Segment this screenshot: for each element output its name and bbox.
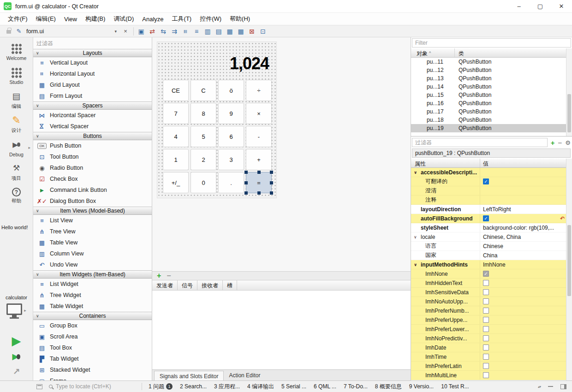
widget-category-containers[interactable]: ∨Containers xyxy=(33,312,152,320)
mode-welcome[interactable]: Welcome xyxy=(0,40,33,64)
debug-run-button[interactable]: ▶ xyxy=(12,352,21,361)
property-value[interactable] xyxy=(480,297,566,306)
widget-item-dialog-button-box[interactable]: ✗✓Dialog Button Box xyxy=(33,196,152,207)
calc-button-5[interactable]: 7 xyxy=(163,103,189,124)
property-value[interactable] xyxy=(480,315,566,324)
widget-item-horizontal-spacer[interactable]: ⋈Horizontal Spacer xyxy=(33,110,152,121)
property-scrollbar[interactable] xyxy=(566,159,572,380)
selection-handle[interactable] xyxy=(257,171,261,174)
object-row-1[interactable]: pu...11QPushButton xyxy=(411,58,566,66)
property-value[interactable] xyxy=(480,371,566,380)
property-column-name[interactable]: 属性 xyxy=(411,159,480,167)
selection-handle[interactable] xyxy=(270,181,273,184)
property-value[interactable] xyxy=(480,279,566,287)
object-row-9[interactable]: pu...19QPushButton xyxy=(411,124,566,132)
widget-item-tool-button[interactable]: ⊡Tool Button xyxy=(33,151,152,162)
calc-button-13[interactable]: 1 xyxy=(163,149,189,170)
calc-button-6[interactable]: 8 xyxy=(191,103,216,124)
property-value[interactable] xyxy=(480,306,566,315)
widget-filter-input[interactable] xyxy=(35,39,149,48)
property-value[interactable]: ✓ xyxy=(480,177,566,186)
unchecked-checkbox[interactable] xyxy=(483,289,489,295)
property-value[interactable] xyxy=(480,325,566,333)
menu-item-6[interactable]: Analyze xyxy=(138,14,167,24)
widget-item-check-box[interactable]: ☑Check Box xyxy=(33,173,152,184)
mode-projects[interactable]: 项目 xyxy=(0,160,33,184)
property-value[interactable]: ImhNone xyxy=(480,260,566,269)
maximize-button[interactable]: ▢ xyxy=(530,0,551,12)
unchecked-checkbox[interactable] xyxy=(483,372,489,378)
widget-item-vertical-spacer[interactable]: ⋈Vertical Spacer xyxy=(33,121,152,132)
widget-item-vertical-layout[interactable]: ≡Vertical Layout xyxy=(33,57,152,68)
calc-button-11[interactable]: 6 xyxy=(218,126,244,147)
group-expand-icon[interactable]: ∨ xyxy=(414,262,417,267)
open-document-selector[interactable]: form.ui ▾ xyxy=(23,27,120,36)
mode-edit[interactable]: 编辑 xyxy=(0,88,33,112)
remove-connection-button[interactable]: − xyxy=(167,272,171,279)
close-button[interactable]: ✕ xyxy=(551,0,572,12)
minimize-output-icon[interactable] xyxy=(548,386,553,387)
widget-item-stacked-widget[interactable]: ⊞Stacked Widget xyxy=(33,364,152,375)
calc-button-20[interactable]: = xyxy=(246,172,272,193)
connection-pane-toolbar[interactable]: + − xyxy=(152,271,411,280)
connection-table-body[interactable] xyxy=(152,291,411,369)
object-row-6[interactable]: pu...16QPushButton xyxy=(411,99,566,107)
connection-column-3[interactable]: 接收者 xyxy=(197,280,223,290)
calculator-form-canvas[interactable]: 1,024 CECö÷789×456-123++/_0.= xyxy=(157,42,277,198)
calc-button-14[interactable]: 2 xyxy=(191,149,216,170)
layout-vertically-icon[interactable]: ≡ xyxy=(191,27,202,36)
unchecked-checkbox[interactable] xyxy=(483,363,489,369)
calc-button-2[interactable]: C xyxy=(191,80,216,101)
calculator-display-label[interactable]: 1,024 xyxy=(163,53,271,74)
calc-button-3[interactable]: ö xyxy=(218,80,244,101)
tab-action-editor[interactable]: Action Editor xyxy=(224,370,265,380)
edit-tab-order-icon[interactable]: ⇉ xyxy=(169,27,179,36)
object-row-4[interactable]: pu...14QPushButton xyxy=(411,83,566,91)
widget-item-tool-box[interactable]: ▤Tool Box xyxy=(33,342,152,353)
layout-form-icon[interactable]: ▦ xyxy=(225,27,235,36)
output-pane-arrows-icon[interactable]: ▴▾ xyxy=(538,385,541,389)
selection-handle[interactable] xyxy=(244,171,248,174)
menu-item-3[interactable]: View xyxy=(60,14,81,24)
menu-item-4[interactable]: 构建(B) xyxy=(81,13,109,25)
add-connection-button[interactable]: + xyxy=(157,272,161,279)
reset-property-icon[interactable]: ↶ xyxy=(560,215,565,222)
unchecked-checkbox[interactable] xyxy=(483,280,489,286)
property-value[interactable]: China xyxy=(480,251,566,260)
selection-handle[interactable] xyxy=(270,171,273,174)
menu-item-7[interactable]: 工具(T) xyxy=(168,13,196,25)
calc-button-1[interactable]: CE xyxy=(163,80,189,101)
unchecked-checkbox[interactable] xyxy=(483,298,489,304)
widget-item-tab-widget[interactable]: ▛Tab Widget xyxy=(33,353,152,364)
unchecked-checkbox[interactable] xyxy=(483,308,489,314)
unchecked-checkbox[interactable] xyxy=(483,354,489,360)
mode-debug[interactable]: Debug▸ xyxy=(0,136,33,160)
widget-item-frame[interactable]: ▢Frame xyxy=(33,375,152,380)
widget-item-tree-widget[interactable]: ⋔Tree Widget xyxy=(33,290,152,301)
widget-item-push-button[interactable]: OKPush Button xyxy=(33,140,152,151)
remove-dynamic-property-button[interactable]: − xyxy=(558,139,562,146)
lock-icon[interactable] xyxy=(6,30,11,34)
property-value[interactable]: ✓ xyxy=(480,269,566,278)
locator[interactable] xyxy=(49,383,139,390)
property-value[interactable]: ✓↶ xyxy=(480,214,566,223)
adjust-size-icon[interactable]: ⊡ xyxy=(258,27,268,36)
configure-property-editor-icon[interactable]: ⚙ xyxy=(565,140,571,146)
widget-item-grid-layout[interactable]: ▦Grid Layout xyxy=(33,79,152,90)
layout-horizontal-splitter-icon[interactable]: ▥ xyxy=(203,27,213,36)
selection-handle[interactable] xyxy=(244,181,248,184)
output-window-icon[interactable] xyxy=(36,384,42,389)
menu-item-2[interactable]: 编辑(E) xyxy=(32,13,60,25)
scrollbar-thumb[interactable] xyxy=(567,225,571,296)
property-value[interactable]: background-color: rgb(109,... xyxy=(480,223,566,232)
property-value[interactable]: Chinese xyxy=(480,242,566,250)
object-row-8[interactable]: pu...18QPushButton xyxy=(411,116,566,124)
calc-button-15[interactable]: 3 xyxy=(218,149,244,170)
unchecked-checkbox[interactable] xyxy=(483,317,489,323)
selection-handle[interactable] xyxy=(270,191,273,195)
build-button[interactable]: ↗ xyxy=(13,366,20,377)
property-filter-input[interactable] xyxy=(412,138,548,147)
break-layout-icon[interactable]: ⊠ xyxy=(247,27,257,36)
checked-checkbox[interactable]: ✓ xyxy=(483,215,489,221)
widget-item-table-view[interactable]: ▦Table View xyxy=(33,237,152,248)
